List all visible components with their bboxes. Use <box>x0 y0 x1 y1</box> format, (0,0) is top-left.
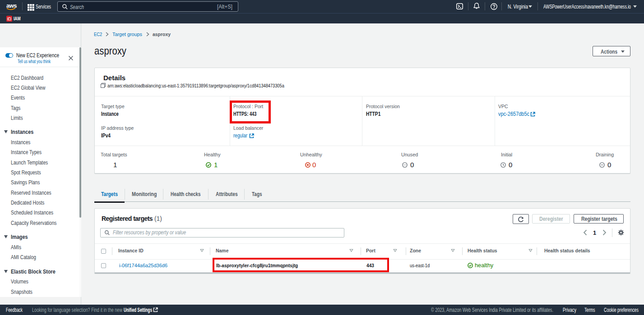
svg-text:aws: aws <box>6 2 17 9</box>
